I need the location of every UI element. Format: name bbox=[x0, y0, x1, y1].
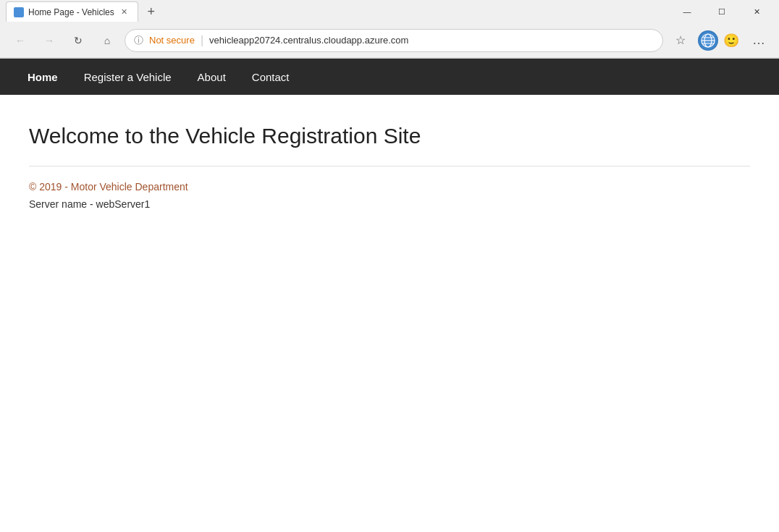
tab-favicon bbox=[14, 7, 24, 17]
title-bar: Home Page - Vehicles ✕ + — ☐ ✕ bbox=[0, 0, 779, 23]
site-navbar: Home Register a Vehicle About Contact bbox=[0, 59, 779, 95]
browser-chrome: Home Page - Vehicles ✕ + — ☐ ✕ ← → ↻ ⌂ ⓘ… bbox=[0, 0, 779, 59]
browser-tab[interactable]: Home Page - Vehicles ✕ bbox=[6, 1, 138, 22]
url-text: vehicleapp20724.centralus.cloudapp.azure… bbox=[209, 35, 408, 46]
close-button[interactable]: ✕ bbox=[740, 0, 773, 23]
copyright-text: © 2019 - Motor Vehicle Department bbox=[29, 181, 750, 193]
window-controls: — ☐ ✕ bbox=[670, 0, 773, 23]
home-button[interactable]: ⌂ bbox=[96, 29, 119, 52]
info-icon: ⓘ bbox=[134, 34, 143, 47]
not-secure-label: Not secure bbox=[149, 35, 195, 46]
maximize-button[interactable]: ☐ bbox=[705, 0, 738, 23]
forward-button[interactable]: → bbox=[38, 29, 61, 52]
url-bar[interactable]: ⓘ Not secure | vehicleapp20724.centralus… bbox=[125, 29, 663, 52]
tab-title: Home Page - Vehicles bbox=[28, 7, 114, 17]
extension-smiley-icon[interactable]: 🙂 bbox=[721, 30, 741, 51]
back-button[interactable]: ← bbox=[9, 29, 32, 52]
title-bar-left: Home Page - Vehicles ✕ + bbox=[6, 1, 161, 22]
extension-globe-icon[interactable] bbox=[698, 30, 718, 51]
nav-item-about[interactable]: About bbox=[185, 61, 239, 93]
tab-close-button[interactable]: ✕ bbox=[119, 7, 130, 18]
divider bbox=[29, 166, 750, 166]
server-name-text: Server name - webServer1 bbox=[29, 198, 750, 210]
nav-item-contact[interactable]: Contact bbox=[239, 61, 303, 93]
minimize-button[interactable]: — bbox=[670, 0, 704, 23]
extensions-area: 🙂 bbox=[698, 30, 741, 51]
more-options-button[interactable]: … bbox=[747, 29, 770, 52]
bookmark-button[interactable]: ☆ bbox=[669, 29, 692, 52]
page-title: Welcome to the Vehicle Registration Site bbox=[29, 124, 750, 148]
site-content: Welcome to the Vehicle Registration Site… bbox=[0, 95, 779, 224]
nav-item-register[interactable]: Register a Vehicle bbox=[71, 61, 185, 93]
address-bar: ← → ↻ ⌂ ⓘ Not secure | vehicleapp20724.c… bbox=[0, 23, 779, 58]
url-separator: | bbox=[201, 34, 203, 47]
reload-button[interactable]: ↻ bbox=[67, 29, 90, 52]
nav-item-home[interactable]: Home bbox=[14, 61, 71, 93]
globe-svg bbox=[701, 33, 715, 48]
new-tab-button[interactable]: + bbox=[141, 1, 161, 22]
